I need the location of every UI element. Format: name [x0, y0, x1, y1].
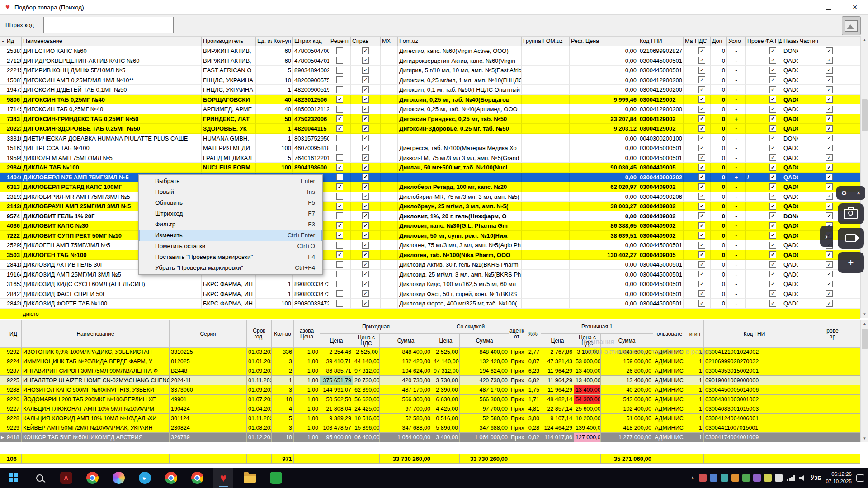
checkbox[interactable]	[336, 86, 343, 93]
product-row[interactable]: 17145ДИГОКСИН ТАБ 0,25МГ №40АРПИМЕД, АРМ…	[0, 104, 860, 114]
menu-item[interactable]: ШтрихкодF7	[140, 208, 321, 219]
chrome-taskbar-button[interactable]	[82, 468, 102, 488]
checkbox[interactable]: ✓	[826, 271, 833, 277]
checkbox[interactable]: ✓	[698, 76, 705, 83]
checkbox[interactable]: ✓	[336, 96, 343, 103]
product-row[interactable]: 9574ДИКЛОВИТ ГЕЛЬ 1% 20Г✓Дикловит, 1%, 2…	[0, 211, 860, 221]
checkbox[interactable]: ✓	[769, 174, 776, 180]
language-indicator[interactable]: ЎЗБ	[811, 475, 821, 481]
checkbox[interactable]	[336, 212, 343, 219]
checkbox[interactable]: ✓	[826, 183, 833, 190]
checkbox[interactable]: ✓	[769, 145, 776, 151]
checkbox[interactable]: ✓	[826, 281, 833, 287]
checkbox[interactable]: ✓	[362, 271, 369, 277]
checkbox[interactable]: ✓	[826, 57, 833, 64]
checkbox[interactable]: ✓	[769, 106, 776, 113]
product-row[interactable]: 19164ДИКЛОЗИД АМП 25МГ/МЛ 3МЛ №5✓Диклози…	[0, 270, 860, 280]
checkbox[interactable]: ✓	[769, 271, 776, 277]
product-row[interactable]: 25295ДИКЛОГЕН АМП 75МГ/3МЛ №5✓Диклоген, …	[0, 240, 860, 250]
column-header-mx[interactable]: МХ	[381, 36, 398, 46]
checkbox[interactable]: ✓	[769, 86, 776, 93]
greenapp-taskbar-button[interactable]	[266, 468, 286, 488]
tray-app-icon[interactable]	[764, 474, 772, 482]
tray-app-icon[interactable]	[710, 474, 717, 482]
checkbox[interactable]: ✓	[698, 193, 705, 200]
column-header-gni[interactable]: Код ГНИ	[638, 36, 684, 46]
checkbox[interactable]	[336, 135, 343, 141]
menu-item[interactable]: НовыйIns	[140, 187, 321, 197]
product-row[interactable]: 28421ДИКЛОЗИД ФАСТ СПРЕЙ 50ГБКРС ФАРМА, …	[0, 289, 860, 299]
maximize-button[interactable]	[816, 0, 842, 14]
checkbox[interactable]: ✓	[336, 251, 343, 258]
checkbox[interactable]: ✓	[769, 232, 776, 239]
column-header-pcena[interactable]: Цена	[320, 334, 353, 348]
checkbox[interactable]	[336, 154, 343, 161]
checkbox[interactable]: ✓	[826, 125, 833, 132]
checkbox[interactable]	[336, 300, 343, 307]
column-header-rcena[interactable]: Цена	[541, 334, 574, 348]
checkbox[interactable]: ✓	[769, 135, 776, 141]
checkbox[interactable]: ✓	[362, 193, 369, 200]
checkbox[interactable]: ✓	[769, 154, 776, 161]
checkbox[interactable]: ✓	[769, 125, 776, 132]
column-header-rsum[interactable]: Сумма	[601, 334, 653, 348]
product-row[interactable]: 21428ДИКЛОБРАУН АМП 25МГ/МЛ 3МЛ №5✓✓Дикл…	[0, 202, 860, 211]
tray-app-icon[interactable]	[742, 474, 750, 482]
product-row[interactable]: 19599ДИКВОЛ-ГМ АМП 75МГ/3МЛ №5ГРАНД МЕДИ…	[0, 153, 860, 163]
menu-item[interactable]: Поставить "Проверка маркировки"F4	[140, 252, 321, 263]
checkbox[interactable]: ✓	[362, 125, 369, 132]
product-row[interactable]: 7222ДИКЛОВИТ СУПП РЕКТ 50МГ №10✓✓Диклови…	[0, 231, 860, 241]
scroll-down-icon[interactable]: ▼	[861, 435, 868, 442]
checkbox[interactable]: ✓	[362, 261, 369, 268]
clock[interactable]: 06:12:26 07.10.2025	[826, 471, 852, 485]
explorer-taskbar-button[interactable]	[240, 468, 259, 488]
product-row[interactable]: 23192ДИКЛОБИРИЛ-MR АМП 75МГ/3МЛ №5✓Дикло…	[0, 192, 860, 202]
checkbox[interactable]: ✓	[698, 212, 705, 219]
product-row[interactable]: 6313ДИКЛОБЕРЛ РЕТАРД КАПС 100МГ✓✓Диклобе…	[0, 182, 860, 192]
scroll-up-icon[interactable]: ▲	[861, 320, 868, 328]
chrome2-taskbar-button[interactable]	[161, 468, 181, 488]
checkbox[interactable]: ✓	[336, 125, 343, 132]
checkbox[interactable]: ✓	[826, 86, 833, 93]
receipt-row[interactable]: 9229КЕЙВЕР АМП 50МГ/2МЛ №10\ФАРМАК, УКРА…	[0, 423, 860, 433]
checkbox[interactable]: ✓	[769, 290, 776, 297]
checkbox[interactable]: ✓	[769, 212, 776, 219]
screenshot-button[interactable]	[838, 203, 864, 224]
column-header-name[interactable]: Наименование	[22, 320, 170, 348]
column-header-recept[interactable]: Рецепт	[329, 36, 351, 46]
checkbox[interactable]: ✓	[698, 106, 705, 113]
checkbox[interactable]: ✓	[769, 203, 776, 210]
checkbox[interactable]	[336, 242, 343, 249]
checkbox[interactable]: ✓	[698, 271, 705, 277]
checkbox[interactable]: ✓	[826, 174, 833, 180]
checkbox[interactable]: ✓	[362, 76, 369, 83]
product-row[interactable]: 29846ДИКЛАН ТАБ №100NUCLEUS FORM10089041…	[0, 163, 860, 173]
column-header-uslo[interactable]: Усло	[727, 36, 746, 46]
product-row[interactable]: 7343ДИГОКСИН-ГРИНДЕКС ТАБ 0,25МГ №50ГРИН…	[0, 114, 860, 124]
receipt-table-scrollbar[interactable]: ▲ ▼	[860, 320, 868, 442]
checkbox[interactable]	[336, 76, 343, 83]
checkbox[interactable]: ✓	[698, 164, 705, 171]
checkbox[interactable]: ✓	[826, 290, 833, 297]
scrollbar-thumb[interactable]	[862, 99, 868, 131]
checkbox[interactable]: ✓	[769, 251, 776, 258]
product-row[interactable]: 33310ДИЕТИЧЕСКАЯ ДОБАВКА HUMANA PIULATTE…	[0, 134, 860, 144]
checkbox[interactable]: ✓	[698, 183, 705, 190]
search-button[interactable]	[30, 468, 50, 488]
column-header-unit[interactable]: Ед. изм	[256, 36, 272, 46]
filter-row[interactable]: дикло	[0, 309, 860, 319]
checkbox[interactable]: ✓	[698, 154, 705, 161]
column-header-ref[interactable]: Реф. Цена	[570, 36, 638, 46]
checkbox[interactable]: ✓	[336, 164, 343, 171]
checkbox[interactable]: ✓	[826, 154, 833, 161]
menu-item[interactable]: Пометить остаткиCtrl+O	[140, 241, 321, 252]
checkbox[interactable]: ✓	[362, 154, 369, 161]
checkbox[interactable]: ✓	[769, 242, 776, 249]
scrollbar-thumb[interactable]	[862, 329, 868, 349]
close-icon[interactable]: ×	[857, 189, 860, 197]
checkbox[interactable]: ✓	[698, 261, 705, 268]
column-header-mfr[interactable]: Производитель	[202, 36, 256, 46]
column-header-srok[interactable]: Срок год.	[247, 320, 272, 348]
column-header-qty[interactable]: Кол-во	[272, 320, 294, 348]
receipt-row[interactable]: 9226ЙОДОМАРИН 200 ТАБ 200МКГ №100\БЕРЛИН…	[0, 395, 860, 404]
